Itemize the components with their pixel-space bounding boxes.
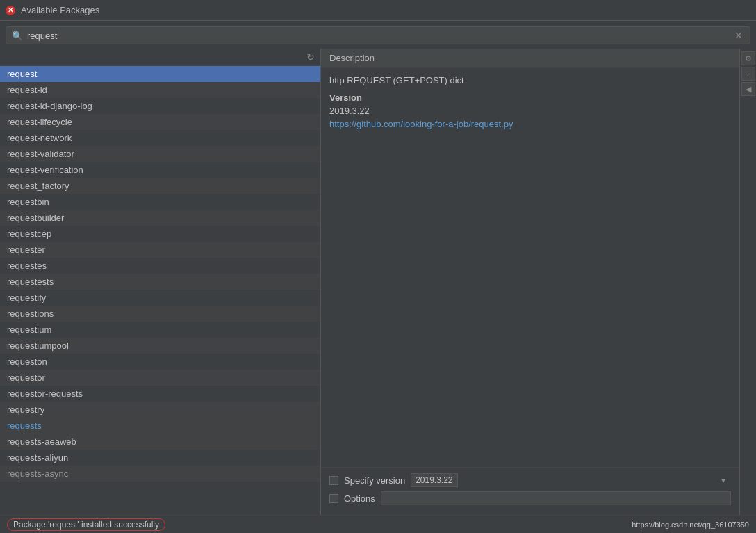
specify-version-label: Specify version <box>344 475 405 486</box>
arrow-tool-button[interactable]: ◀ <box>741 82 755 96</box>
window-title: Available Packages <box>21 5 99 15</box>
list-item[interactable]: request-id <box>0 82 320 98</box>
list-item[interactable]: requestbuilder <box>0 210 320 226</box>
status-bar: Package 'request' installed successfully… <box>0 515 756 533</box>
description-panel: Description http REQUEST (GET+POST) dict… <box>321 49 739 515</box>
list-item[interactable]: requester <box>0 242 320 258</box>
list-item[interactable]: request_factory <box>0 178 320 194</box>
list-item[interactable]: requestor-requests <box>0 386 320 402</box>
version-select[interactable]: 2019.3.22 <box>411 473 458 487</box>
options-input[interactable] <box>381 491 731 505</box>
list-item[interactable]: requestes <box>0 258 320 274</box>
version-select-wrapper: 2019.3.22 <box>411 473 731 487</box>
description-header: Description <box>321 49 739 68</box>
description-content: http REQUEST (GET+POST) dict Version 201… <box>321 68 739 467</box>
plus-tool-button[interactable]: + <box>741 67 755 81</box>
list-item[interactable]: requestor <box>0 370 320 386</box>
package-list: request request-id request-id-django-log… <box>0 66 320 515</box>
list-item[interactable]: request-verification <box>0 162 320 178</box>
status-url: https://blog.csdn.net/qq_36107350 <box>632 520 749 529</box>
list-toolbar: ↻ <box>0 49 320 66</box>
search-clear-icon[interactable]: ✕ <box>733 30 744 41</box>
main-container: 🔍 ✕ ↻ request request-id request-id-djan… <box>0 21 756 533</box>
list-item[interactable]: requestbin <box>0 194 320 210</box>
right-tools: ⚙ + ◀ <box>739 49 756 515</box>
version-label: Version <box>329 92 731 103</box>
list-item[interactable]: requestry <box>0 402 320 418</box>
list-item[interactable]: request-validator <box>0 146 320 162</box>
list-item[interactable]: request-id-django-log <box>0 98 320 114</box>
list-item[interactable]: requests-aeaweb <box>0 434 320 450</box>
search-bar: 🔍 ✕ <box>0 21 756 49</box>
specify-version-row: Specify version 2019.3.22 <box>329 473 731 487</box>
version-value: 2019.3.22 <box>329 106 731 116</box>
description-text: http REQUEST (GET+POST) dict <box>329 75 731 85</box>
close-button[interactable]: ✕ <box>6 6 15 15</box>
list-item[interactable]: requestions <box>0 306 320 322</box>
package-list-panel: ↻ request request-id request-id-django-l… <box>0 49 321 515</box>
list-item[interactable]: requestium <box>0 322 320 338</box>
options-label: Options <box>344 493 375 504</box>
list-item[interactable]: requests-aliyun <box>0 450 320 466</box>
search-icon: 🔍 <box>12 31 23 41</box>
list-item[interactable]: request <box>0 66 320 82</box>
list-item[interactable]: request-lifecycle <box>0 114 320 130</box>
list-item[interactable]: request-network <box>0 130 320 146</box>
specify-version-checkbox[interactable] <box>329 476 338 485</box>
description-link[interactable]: https://github.com/looking-for-a-job/req… <box>329 119 513 129</box>
list-item[interactable]: requests-async <box>0 466 320 482</box>
gear-tool-button[interactable]: ⚙ <box>741 51 755 65</box>
list-item[interactable]: requestests <box>0 274 320 290</box>
list-item[interactable]: requeston <box>0 354 320 370</box>
options-checkbox[interactable] <box>329 494 338 503</box>
refresh-button[interactable]: ↻ <box>304 50 318 64</box>
status-message: Package 'request' installed successfully <box>7 518 165 531</box>
search-input-wrapper: 🔍 ✕ <box>6 26 750 44</box>
list-item[interactable]: requestcep <box>0 226 320 242</box>
list-item[interactable]: requestiumpool <box>0 338 320 354</box>
options-row: Options <box>329 491 731 505</box>
content-area: ↻ request request-id request-id-django-l… <box>0 49 756 515</box>
title-bar: ✕ Available Packages <box>0 0 756 21</box>
search-input[interactable] <box>27 31 733 41</box>
list-item[interactable]: requestify <box>0 290 320 306</box>
options-area: Specify version 2019.3.22 Options <box>321 467 739 515</box>
list-item[interactable]: requests <box>0 418 320 434</box>
